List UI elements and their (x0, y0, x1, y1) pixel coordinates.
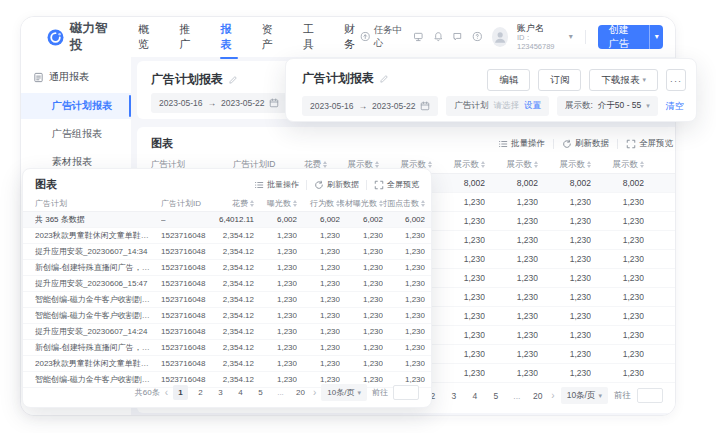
chart-table-popup: 图表 批量操作 刷新数据 全屏预览 广告计划 广告计划I (22, 168, 432, 408)
cell-creative-exposures: 1,230 (340, 327, 383, 336)
page-button[interactable]: 4 (233, 385, 248, 400)
batch-actions-button[interactable]: 批量操作 (498, 138, 545, 150)
edit-button[interactable]: 编辑 (487, 69, 530, 91)
cell-campaign-id: 1523716048 (161, 263, 211, 272)
cell-value: 1,230 (591, 292, 644, 302)
report-doc-icon (33, 72, 44, 83)
page-size-select[interactable]: 10条/页 ▾ (321, 384, 367, 401)
next-page-button[interactable]: › (313, 388, 316, 398)
device-monitor-icon[interactable] (413, 30, 424, 43)
cell-value: 1,230 (538, 368, 591, 378)
base-date-range-picker[interactable]: 2023-05-16 → 2023-05-22 (151, 93, 287, 113)
subscribe-button[interactable]: 订阅 (538, 69, 581, 91)
nav-item-promotion[interactable]: 推广 (179, 16, 195, 66)
cell-value: 1,230 (591, 197, 644, 207)
batch-actions-button[interactable]: 批量操作 (254, 179, 299, 190)
cell-cost: 2,354.12 (211, 375, 254, 384)
cell-exposures: 1,230 (254, 343, 297, 352)
page-button[interactable]: 5 (253, 385, 268, 400)
create-ad-label[interactable]: 创建广告 (598, 25, 650, 49)
nav-item-overview[interactable]: 概览 (138, 16, 154, 66)
page-button[interactable]: 20 (293, 385, 308, 400)
create-ad-caret-icon[interactable]: ▾ (649, 25, 663, 49)
table-row[interactable]: 提升应用安装_20230606_15:47 1523716048 2,354.1… (23, 276, 431, 292)
col-impressions-5[interactable]: 展示数 (538, 159, 591, 171)
cell-campaign: 2023秋款男童鞋休闲文童单鞋秋防滑演出表演鞋_0606_19:30 (35, 358, 161, 369)
date-range-picker[interactable]: 2023-05-16 → 2023-05-22 (302, 96, 438, 116)
edit-title-icon[interactable] (228, 75, 238, 85)
nav-item-reports[interactable]: 报表 (220, 16, 236, 66)
cell-value: 1,230 (538, 197, 591, 207)
cell-value: 1,230 (432, 254, 485, 264)
task-center-button[interactable]: 任务中心 (360, 24, 404, 50)
cell-creative-exposures: 1,230 (340, 279, 383, 288)
sidebar-group-general-reports[interactable]: 通用报表 (21, 63, 131, 91)
download-report-button[interactable]: 下载报表 ▾ (589, 69, 658, 91)
table-row[interactable]: 智能创编-磁力金牛客户收割剧情结果广告_20230606_15:47 15237… (23, 292, 431, 308)
col-creative-exposures[interactable]: 素材曝光数 (340, 198, 383, 209)
col-cover-clicks[interactable]: 封面点击数 (383, 198, 425, 209)
cell-campaign: 新创编-创建特殊直播间广告，创建成功_0606_15:20 (35, 262, 161, 273)
impressions-range-filter[interactable]: 展示数: 介于50 - 55 ▾ (557, 96, 658, 116)
cell-value: 1,230 (591, 216, 644, 226)
page-button[interactable]: 3 (213, 385, 228, 400)
set-filter-link[interactable]: 设置 (524, 100, 541, 112)
message-icon[interactable] (452, 30, 463, 43)
cell-value: 1,230 (432, 273, 485, 283)
fullscreen-preview-button[interactable]: 全屏预览 (626, 138, 673, 150)
account-caret-icon[interactable]: ▾ (569, 32, 573, 41)
prev-page-button[interactable]: ‹ (165, 388, 168, 398)
cell-exposures: 1,230 (254, 359, 297, 368)
cell-exposures: 1,230 (254, 375, 297, 384)
page-button[interactable]: 3 (446, 388, 461, 403)
cell-exposures: 1,230 (254, 247, 297, 256)
cell-value: 1,230 (538, 254, 591, 264)
page-button[interactable]: 20 (530, 388, 545, 403)
col-exposures[interactable]: 曝光数 (254, 198, 297, 209)
chevron-down-icon: ▾ (357, 389, 361, 397)
cell-value: 1,230 (538, 292, 591, 302)
table-row[interactable]: 提升应用安装_20230607_14:34 1523716048 2,354.1… (23, 244, 431, 260)
table-row[interactable]: 智能创编-磁力金牛客户收割剧情结果广告_20230606_15:47 15237… (23, 308, 431, 324)
help-icon[interactable] (472, 30, 483, 43)
cell-value: 1,230 (591, 330, 644, 340)
page-button[interactable]: 1 (173, 385, 188, 400)
table-row[interactable]: 新创编-创建特殊直播间广告，创建成功_0606_15:20 1523716048… (23, 260, 431, 276)
refresh-data-button[interactable]: 刷新数据 (562, 138, 609, 150)
divider (585, 30, 586, 44)
sidebar-item-adgroup-report[interactable]: 广告组报表 (21, 121, 131, 147)
create-ad-button[interactable]: 创建广告 ▾ (598, 25, 663, 49)
campaign-filter[interactable]: 广告计划 请选择 设置 (446, 96, 549, 116)
col-actions[interactable]: 行为数 (297, 198, 340, 209)
goto-page-input[interactable] (393, 385, 419, 400)
next-page-button[interactable]: › (551, 391, 554, 401)
more-actions-button[interactable]: ··· (666, 69, 686, 91)
fullscreen-preview-button[interactable]: 全屏预览 (374, 179, 419, 190)
cell-cover-clicks: 1,230 (383, 343, 425, 352)
avatar[interactable] (492, 27, 508, 47)
table-row[interactable]: 提升应用安装_20230607_14:24 1523716048 2,354.1… (23, 324, 431, 340)
page-button[interactable]: 2 (193, 385, 208, 400)
cell-exposures: 1,230 (254, 231, 297, 240)
cell-cover-clicks: 1,230 (383, 263, 425, 272)
col-cost[interactable]: 花费 (211, 198, 254, 209)
cell-campaign-id: 1523716048 (161, 231, 211, 240)
col-impressions-4[interactable]: 展示数 (485, 159, 538, 171)
sidebar-item-campaign-report[interactable]: 广告计划报表 (21, 93, 131, 119)
page-size-select[interactable]: 10条/页 ▾ (561, 387, 608, 404)
refresh-data-button[interactable]: 刷新数据 (314, 179, 359, 190)
clear-filters-button[interactable]: 清空 (666, 100, 684, 113)
account-info[interactable]: 账户名 ID：123456789 (517, 23, 560, 52)
page-button[interactable]: 5 (488, 388, 503, 403)
table-row[interactable]: 新创编-创建特殊直播间广告，创建成功_0606_19:59 1523716048… (23, 340, 431, 356)
goto-page-input[interactable] (637, 388, 663, 403)
edit-title-icon[interactable] (379, 74, 389, 84)
col-impressions-6[interactable]: 展示数 (591, 159, 644, 171)
col-impressions-3[interactable]: 展示数 (432, 159, 485, 171)
page-button[interactable]: 4 (467, 388, 482, 403)
notification-bell-icon[interactable] (433, 30, 444, 43)
nav-item-assets[interactable]: 资产 (262, 16, 278, 66)
cell-actions: 1,230 (297, 231, 340, 240)
table-row[interactable]: 2023秋款男童鞋休闲文童单鞋秋防滑演出表演鞋_0606_19:30 15237… (23, 228, 431, 244)
table-row[interactable]: 2023秋款男童鞋休闲文童单鞋秋防滑演出表演鞋_0606_19:30 15237… (23, 356, 431, 372)
